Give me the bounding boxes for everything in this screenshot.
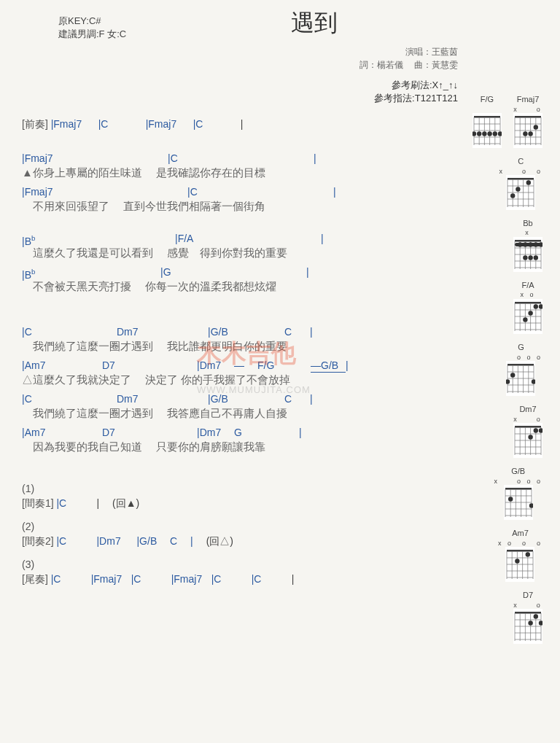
chord-diagram: Fmaj7x o (513, 95, 542, 148)
svg-point-112 (528, 435, 532, 439)
svg-point-63 (528, 242, 532, 246)
chord-diagram: D7x o (513, 591, 542, 644)
chord-row: |Fmaj7|C| (22, 152, 538, 165)
chord: C (284, 325, 310, 338)
svg-point-17 (472, 131, 476, 136)
chord: |Dm7 (96, 535, 136, 547)
svg-point-31 (523, 131, 527, 136)
diagram-name: F/G (481, 95, 494, 104)
chord: |G (160, 265, 306, 279)
suggested-key: 建議男調:F 女:C (58, 28, 126, 41)
strum-pattern: X↑_↑↓ (432, 79, 458, 90)
svg-point-83 (534, 304, 538, 308)
chord: | (310, 392, 313, 405)
lyric-block: |CDm7|G/BC| 我們繞了這麼一圈才遇到 我比誰都更明白你的重要 (22, 325, 538, 354)
diagram-name: Dm7 (519, 405, 536, 413)
diagram-name: G/B (511, 467, 525, 475)
chord: |Dm7 — F/G (197, 359, 299, 372)
lyric-block: |Bb|F/A| 這麼久了我還是可以看到 感覺 得到你對我的重要 (22, 232, 538, 261)
section-marker: [尾奏] (22, 573, 48, 585)
svg-point-14 (487, 131, 491, 136)
chord-row: |Fmaj7|C| (22, 185, 538, 198)
fretboard (504, 485, 533, 520)
fretboard (513, 237, 542, 272)
diagram-open-strings: x o o o (498, 539, 542, 546)
chord-diagram: Dm7x o (513, 405, 542, 458)
chord: |C (193, 118, 241, 130)
chord: Dm7 (117, 392, 208, 405)
chord-row: |Am7D7|Dm7 — F/G—G/B| (22, 359, 538, 372)
fretboard (513, 299, 542, 334)
lyric-row: 這麼久了我還是可以看到 感覺 得到你對我的重要 (22, 245, 538, 261)
svg-point-156 (534, 614, 538, 618)
interlude-line: [尾奏] |C|Fmaj7|C|Fmaj7|C|C| (22, 573, 538, 586)
singer-name: 王藍茵 (432, 47, 458, 57)
interlude-number: (2) (22, 521, 538, 532)
fretboard (513, 423, 542, 458)
chord: |Fmaj7 (51, 118, 98, 130)
chord: |C (56, 497, 96, 509)
svg-point-68 (534, 255, 538, 260)
diagram-name: Bb (523, 219, 532, 227)
diagram-row: Am7x o o o (462, 529, 542, 582)
diagram-row: D7x o (462, 591, 542, 644)
chord: |C (22, 392, 117, 405)
fretboard (506, 175, 535, 210)
diagram-open-strings: x o (513, 601, 542, 608)
strum-label: 參考刷法: (392, 79, 432, 90)
chord-diagram: Cx o o (499, 157, 542, 210)
lyric-row: 我們繞了這麼一圈才遇到 我比誰都更明白你的重要 (22, 338, 538, 354)
chord: |C (22, 325, 117, 338)
chord-row: |Bb|G| (22, 265, 538, 279)
chord: |Fmaj7 (91, 573, 131, 585)
diagram-open-strings: x o (513, 105, 542, 112)
svg-point-47 (526, 180, 531, 184)
svg-point-99 (532, 379, 535, 384)
chord: |Fmaj7 (171, 573, 211, 585)
diagram-row: F/Ax o (462, 281, 542, 334)
chord: |Am7 (22, 426, 102, 439)
chord: |Fmaj7 (146, 118, 193, 130)
chord: |C (187, 185, 333, 198)
lyric-block: |Am7D7|Dm7 G| 因為我要的我自己知道 只要你的肩膀願讓我靠 (22, 426, 538, 455)
chord: C (284, 392, 310, 405)
svg-point-141 (516, 559, 520, 563)
chord: |C (98, 118, 146, 130)
svg-point-65 (518, 242, 522, 246)
chord: |C (168, 152, 314, 165)
chord: |G/B (208, 392, 284, 405)
section-marker: [間奏1] (22, 497, 54, 509)
chord-diagram: G/Bx o o o (494, 467, 542, 520)
lyric-block: |Am7D7|Dm7 — F/G—G/B|△這麼久了我就決定了 決定了 你的手我… (22, 359, 538, 388)
chord: | (310, 325, 313, 338)
diagram-row: G/Bx o o o (462, 467, 542, 520)
chord: |G/B C | (136, 535, 192, 547)
svg-point-142 (526, 552, 530, 556)
chord: D7 (102, 359, 197, 372)
chord-diagram: Am7x o o o (498, 529, 542, 582)
svg-point-62 (534, 242, 538, 246)
svg-point-45 (510, 193, 515, 198)
composer-name: 黃慧雯 (432, 60, 458, 70)
chord: |C (56, 535, 96, 547)
chord: | (333, 185, 336, 198)
svg-point-15 (482, 131, 486, 136)
lyric-row: 不會被天黑天亮打擾 你每一次的溫柔我都想炫燿 (22, 279, 538, 295)
song-meta: 演唱：王藍茵 詞：楊若儀 曲：黃慧雯 (58, 45, 502, 71)
section-marker: [前奏] (22, 118, 48, 130)
chord: —G/B (311, 359, 346, 373)
svg-point-113 (539, 428, 542, 432)
fretboard (513, 609, 542, 644)
chord: | (346, 359, 349, 372)
chord: |F/A (175, 232, 321, 245)
fretboard (506, 361, 535, 396)
svg-point-81 (523, 317, 527, 322)
chord-row: |CDm7|G/BC| (22, 392, 538, 405)
svg-point-128 (529, 503, 533, 507)
svg-point-82 (528, 311, 532, 315)
chord: |C (51, 573, 91, 585)
lyric-row: 不用來回張望了 直到今世我們相隔著一個街角 (22, 198, 538, 214)
chord: |C (211, 573, 252, 585)
interlude-tail: | (292, 573, 295, 585)
diagram-row: Cx o o (462, 157, 542, 210)
